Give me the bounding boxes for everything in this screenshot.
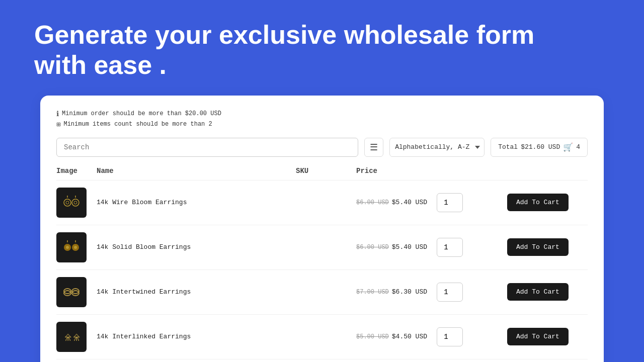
price-original: $6.00 USD <box>356 244 389 251</box>
price-sale: $5.40 USD <box>392 243 427 251</box>
add-to-cart-button[interactable]: Add To Cart <box>507 283 569 301</box>
col-name: Name <box>97 167 296 175</box>
col-image: Image <box>56 167 97 175</box>
cart-total-label: Total <box>498 143 518 151</box>
price-sale: $4.50 USD <box>392 333 427 340</box>
price-container: $6.00 USD $5.40 USD <box>356 199 437 206</box>
product-name: 14k Wire Bloom Earrings <box>97 199 296 206</box>
sort-select[interactable]: Alphabetically, A-Z Alphabetically, Z-A … <box>389 138 485 157</box>
notice-minimum-items: ⊞ Minimum items count should be more tha… <box>56 120 588 129</box>
price-sale: $5.40 USD <box>392 199 427 206</box>
table-row: 14k Intertwined Earrings $7.00 USD $6.30… <box>56 270 588 315</box>
svg-text:🜎: 🜎 <box>71 332 83 344</box>
table-row: 🜎 🜎 14k Interlinked Earrings $5.00 USD $… <box>56 315 588 359</box>
main-card: ℹ Minimum order should be more than $20.… <box>40 96 604 362</box>
qty-input[interactable] <box>437 193 463 212</box>
qty-container <box>437 238 507 257</box>
action-container: Add To Cart <box>507 238 588 256</box>
add-to-cart-button[interactable]: Add To Cart <box>507 194 569 211</box>
notices-section: ℹ Minimum order should be more than $20.… <box>56 110 588 129</box>
qty-input[interactable] <box>437 327 463 346</box>
search-input[interactable] <box>56 138 358 157</box>
svg-point-3 <box>74 201 77 204</box>
svg-point-2 <box>72 199 79 206</box>
price-container: $5.00 USD $4.50 USD <box>356 333 437 340</box>
cart-total-amount: $21.60 USD <box>521 143 560 151</box>
product-name: 14k Interlinked Earrings <box>97 333 296 340</box>
svg-point-7 <box>66 246 69 249</box>
table-row: 14k Drop Earrings $6.00 USD $5.40 USD Ad… <box>56 359 588 362</box>
svg-point-0 <box>64 199 71 206</box>
info-icon: ℹ <box>56 110 59 118</box>
col-sku: SKU <box>296 167 356 175</box>
product-list: 14k Wire Bloom Earrings $6.00 USD $5.40 … <box>56 180 588 362</box>
grid-icon: ⊞ <box>56 120 60 129</box>
table-row: 14k Wire Bloom Earrings $6.00 USD $5.40 … <box>56 180 588 225</box>
filter-icon: ☰ <box>370 142 378 153</box>
price-container: $7.00 USD $6.30 USD <box>356 288 437 296</box>
add-to-cart-button[interactable]: Add To Cart <box>507 238 569 256</box>
svg-point-9 <box>74 246 77 249</box>
qty-input[interactable] <box>437 238 463 257</box>
hero-section: Generate your exclusive wholesale form w… <box>0 0 644 96</box>
filter-button[interactable]: ☰ <box>364 138 383 157</box>
hero-title-line1: Generate your exclusive wholesale form <box>34 20 534 49</box>
cart-icon: 🛒 <box>563 142 573 152</box>
qty-input[interactable] <box>437 283 463 302</box>
product-image: 🜎 🜎 <box>56 322 87 352</box>
product-name: 14k Intertwined Earrings <box>97 288 296 296</box>
price-original: $7.00 USD <box>356 289 389 296</box>
action-container: Add To Cart <box>507 283 588 301</box>
add-to-cart-button[interactable]: Add To Cart <box>507 328 569 345</box>
price-original: $5.00 USD <box>356 333 389 340</box>
product-name: 14k Solid Bloom Earrings <box>97 243 296 251</box>
product-image <box>56 232 87 262</box>
cart-count: 4 <box>576 143 580 151</box>
price-container: $6.00 USD $5.40 USD <box>356 243 437 251</box>
hero-title: Generate your exclusive wholesale form w… <box>34 20 610 80</box>
col-price: Price <box>356 167 437 175</box>
qty-container <box>437 327 507 346</box>
qty-container <box>437 193 507 212</box>
cart-badge: Total $21.60 USD 🛒 4 <box>491 138 588 157</box>
product-image <box>56 277 87 307</box>
table-header: Image Name SKU Price <box>56 167 588 180</box>
notice-minimum-order-text: Minimum order should be more than $20.00… <box>62 110 221 117</box>
svg-point-1 <box>66 201 69 204</box>
toolbar: ☰ Alphabetically, A-Z Alphabetically, Z-… <box>56 138 588 157</box>
price-sale: $6.30 USD <box>392 288 427 296</box>
table-row: 14k Solid Bloom Earrings $6.00 USD $5.40… <box>56 225 588 270</box>
notice-minimum-items-text: Minimum items count should be more than … <box>63 121 212 128</box>
qty-container <box>437 283 507 302</box>
price-original: $6.00 USD <box>356 199 389 206</box>
notice-minimum-order: ℹ Minimum order should be more than $20.… <box>56 110 588 118</box>
action-container: Add To Cart <box>507 194 588 211</box>
product-image <box>56 188 87 218</box>
hero-title-line2: with ease . <box>34 50 167 79</box>
action-container: Add To Cart <box>507 328 588 345</box>
